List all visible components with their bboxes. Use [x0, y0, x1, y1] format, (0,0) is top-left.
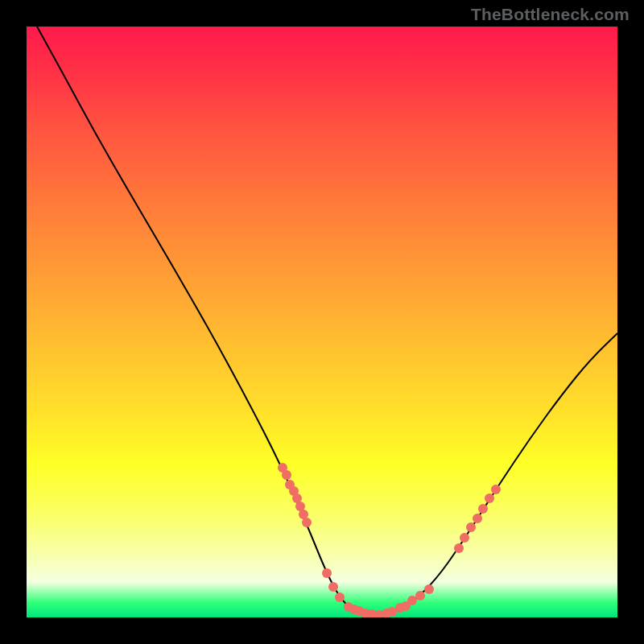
curve-dot	[415, 591, 425, 601]
curve-dot	[424, 584, 434, 594]
curve-dot	[282, 470, 291, 480]
curve-dot	[460, 533, 469, 543]
curve-dot	[491, 485, 501, 494]
plot-area	[27, 27, 617, 617]
curve-dots	[278, 463, 501, 617]
curve-dot	[335, 592, 345, 602]
curve-dot	[478, 504, 488, 514]
curve-dot	[407, 596, 417, 605]
curve-dot	[302, 518, 312, 527]
curve-dot	[485, 493, 494, 503]
chart-frame: TheBottleneck.com	[0, 0, 644, 644]
chart-svg	[27, 27, 617, 617]
watermark-label: TheBottleneck.com	[471, 5, 630, 24]
curve-dot	[466, 522, 476, 532]
curve-dot	[328, 582, 338, 592]
bottleneck-curve	[37, 27, 617, 614]
curve-dot	[322, 568, 332, 578]
curve-dot	[473, 514, 482, 523]
curve-dot	[454, 543, 464, 553]
